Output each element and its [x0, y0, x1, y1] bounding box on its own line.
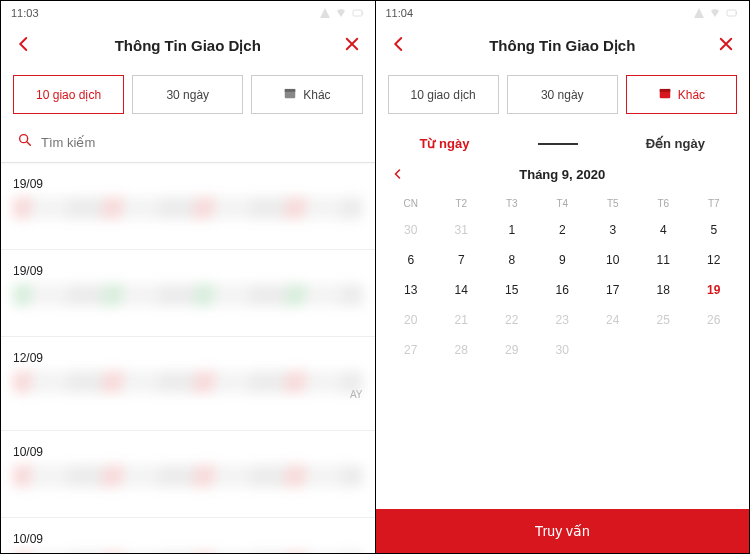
- calendar-grid: CNT2T3T4T5T6T730311234567891011121314151…: [376, 192, 750, 365]
- calendar-day[interactable]: 17: [588, 275, 639, 305]
- calendar-day[interactable]: 10: [588, 245, 639, 275]
- calendar-dow: T6: [638, 192, 689, 215]
- screen-transaction-list: 11:03 Thông Tin Giao Dịch 10 giao dịch 3…: [1, 1, 375, 553]
- transaction-content-blurred: [13, 371, 363, 393]
- calendar-day[interactable]: 6: [386, 245, 437, 275]
- calendar-dow: T5: [588, 192, 639, 215]
- calendar-day[interactable]: 28: [436, 335, 487, 365]
- filter-10-transactions[interactable]: 10 giao dịch: [13, 75, 124, 114]
- calendar-day[interactable]: 4: [638, 215, 689, 245]
- calendar-day[interactable]: 21: [436, 305, 487, 335]
- filter-other[interactable]: Khác: [251, 75, 362, 114]
- filter-row: 10 giao dịch 30 ngày Khác: [376, 67, 750, 122]
- calendar-day[interactable]: 19: [689, 275, 740, 305]
- svg-rect-5: [727, 10, 736, 16]
- calendar-dow: T2: [436, 192, 487, 215]
- calendar-dow: T4: [537, 192, 588, 215]
- back-icon[interactable]: [390, 35, 408, 57]
- calendar-day[interactable]: 15: [487, 275, 538, 305]
- svg-rect-3: [285, 89, 296, 92]
- calendar-day[interactable]: 31: [436, 215, 487, 245]
- close-icon[interactable]: [717, 35, 735, 57]
- calendar-day[interactable]: 11: [638, 245, 689, 275]
- query-button[interactable]: Truy vấn: [376, 509, 750, 553]
- svg-rect-1: [362, 12, 363, 15]
- svg-rect-8: [660, 89, 671, 92]
- calendar-day[interactable]: 26: [689, 305, 740, 335]
- range-separator: [538, 143, 578, 145]
- calendar-day[interactable]: 23: [537, 305, 588, 335]
- calendar-day[interactable]: 5: [689, 215, 740, 245]
- calendar-day[interactable]: 14: [436, 275, 487, 305]
- calendar-header: Tháng 9, 2020: [376, 161, 750, 192]
- transaction-row[interactable]: 10/09: [1, 518, 375, 553]
- calendar-icon: [658, 86, 672, 103]
- page-title: Thông Tin Giao Dịch: [115, 37, 261, 55]
- search-icon: [17, 132, 33, 152]
- svg-rect-0: [353, 10, 362, 16]
- transaction-content-blurred: [13, 465, 363, 487]
- calendar-day[interactable]: 20: [386, 305, 437, 335]
- header: Thông Tin Giao Dịch: [376, 25, 750, 67]
- calendar-month-title: Tháng 9, 2020: [519, 167, 605, 182]
- calendar-day[interactable]: 25: [638, 305, 689, 335]
- calendar-dow: T7: [689, 192, 740, 215]
- calendar-icon: [283, 86, 297, 103]
- calendar-day[interactable]: 2: [537, 215, 588, 245]
- tab-to-date[interactable]: Đến ngày: [646, 136, 705, 151]
- transaction-row[interactable]: 10/09: [1, 431, 375, 518]
- calendar-day[interactable]: 27: [386, 335, 437, 365]
- calendar-dow: CN: [386, 192, 437, 215]
- transaction-date: 19/09: [13, 177, 363, 191]
- transaction-content-blurred: [13, 197, 363, 219]
- calendar-day[interactable]: 9: [537, 245, 588, 275]
- filter-row: 10 giao dịch 30 ngày Khác: [1, 67, 375, 122]
- calendar-day[interactable]: 22: [487, 305, 538, 335]
- calendar-day[interactable]: 8: [487, 245, 538, 275]
- back-icon[interactable]: [15, 35, 33, 57]
- filter-30-days[interactable]: 30 ngày: [132, 75, 243, 114]
- status-icons: [319, 7, 365, 19]
- calendar-day[interactable]: 12: [689, 245, 740, 275]
- transaction-content-blurred: [13, 552, 363, 553]
- transaction-date: 10/09: [13, 532, 363, 546]
- status-bar: 11:04: [376, 1, 750, 25]
- calendar-day[interactable]: 1: [487, 215, 538, 245]
- prev-month-icon[interactable]: [392, 166, 404, 184]
- transaction-row[interactable]: 19/09: [1, 250, 375, 337]
- screen-date-picker: 11:04 Thông Tin Giao Dịch 10 giao dịch 3…: [375, 1, 750, 553]
- search-bar[interactable]: [3, 122, 373, 162]
- transaction-list[interactable]: 19/0919/0912/09AY10/0910/0910/09: [1, 163, 375, 553]
- clock: 11:03: [11, 7, 39, 19]
- filter-other[interactable]: Khác: [626, 75, 737, 114]
- calendar-day[interactable]: 13: [386, 275, 437, 305]
- calendar-day[interactable]: 30: [537, 335, 588, 365]
- calendar-day[interactable]: 18: [638, 275, 689, 305]
- transaction-row[interactable]: 12/09AY: [1, 337, 375, 431]
- transaction-date: 12/09: [13, 351, 363, 365]
- spacer: [376, 365, 750, 509]
- filter-30-days[interactable]: 30 ngày: [507, 75, 618, 114]
- tab-from-date[interactable]: Từ ngày: [420, 136, 470, 151]
- transaction-row[interactable]: 19/09: [1, 163, 375, 250]
- date-range-tabs: Từ ngày Đến ngày: [376, 122, 750, 161]
- svg-rect-6: [736, 12, 737, 15]
- calendar-day[interactable]: 29: [487, 335, 538, 365]
- svg-point-4: [20, 135, 28, 143]
- page-title: Thông Tin Giao Dịch: [489, 37, 635, 55]
- filter-10-transactions[interactable]: 10 giao dịch: [388, 75, 499, 114]
- search-input[interactable]: [41, 135, 359, 150]
- transaction-date: 19/09: [13, 264, 363, 278]
- header: Thông Tin Giao Dịch: [1, 25, 375, 67]
- calendar-day[interactable]: 24: [588, 305, 639, 335]
- calendar-day[interactable]: 30: [386, 215, 437, 245]
- status-icons: [693, 7, 739, 19]
- calendar-day[interactable]: 16: [537, 275, 588, 305]
- clock: 11:04: [386, 7, 414, 19]
- calendar-day[interactable]: 3: [588, 215, 639, 245]
- calendar-day[interactable]: 7: [436, 245, 487, 275]
- status-bar: 11:03: [1, 1, 375, 25]
- close-icon[interactable]: [343, 35, 361, 57]
- transaction-content-blurred: [13, 284, 363, 306]
- calendar-dow: T3: [487, 192, 538, 215]
